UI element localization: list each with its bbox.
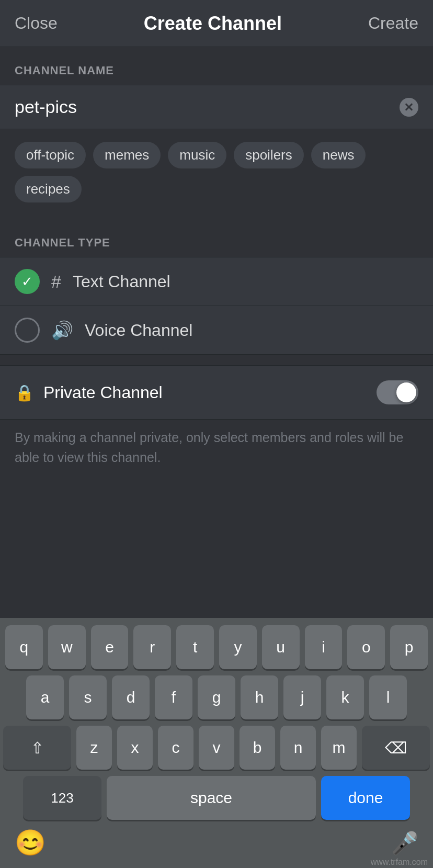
key-delete[interactable]: ⌫ xyxy=(362,726,430,770)
key-shift[interactable]: ⇧ xyxy=(3,726,71,770)
key-d[interactable]: d xyxy=(112,675,150,719)
create-button[interactable]: Create xyxy=(368,14,418,33)
key-h[interactable]: h xyxy=(241,675,278,719)
toggle-knob xyxy=(396,382,416,402)
voice-channel-option[interactable]: 🔊 Voice Channel xyxy=(0,306,433,355)
text-channel-label: Text Channel xyxy=(73,272,170,291)
suggestion-chip[interactable]: music xyxy=(168,142,226,168)
page-title: Create Channel xyxy=(144,13,282,35)
key-c[interactable]: c xyxy=(158,726,193,770)
key-k[interactable]: k xyxy=(326,675,364,719)
keyboard-row-1: q w e r t y u i o p xyxy=(5,625,428,669)
key-y[interactable]: y xyxy=(219,625,257,669)
suggestion-chip[interactable]: memes xyxy=(93,142,161,168)
channel-name-suggestions: off-topicmemesmusicspoilersnewsrecipes xyxy=(0,129,433,215)
key-v[interactable]: v xyxy=(199,726,234,770)
key-m[interactable]: m xyxy=(321,726,357,770)
key-o[interactable]: o xyxy=(347,625,385,669)
key-r[interactable]: r xyxy=(133,625,171,669)
microphone-icon[interactable]: 🎤 xyxy=(391,830,418,856)
key-f[interactable]: f xyxy=(155,675,192,719)
key-done[interactable]: done xyxy=(321,776,410,820)
key-space[interactable]: space xyxy=(107,776,316,820)
keyboard-bottom-bar: 😊 🎤 xyxy=(0,823,433,868)
keyboard-row-4: 123 space done xyxy=(5,776,428,820)
suggestion-chip[interactable]: news xyxy=(311,142,366,168)
keyboard: q w e r t y u i o p a s d f g h j k l ⇧ … xyxy=(0,618,433,868)
channel-type-section: CHANNEL TYPE ✓ # Text Channel 🔊 Voice Ch… xyxy=(0,219,433,355)
key-w[interactable]: w xyxy=(48,625,86,669)
channel-name-input[interactable] xyxy=(15,85,400,129)
key-j[interactable]: j xyxy=(283,675,321,719)
key-n[interactable]: n xyxy=(280,726,316,770)
key-s[interactable]: s xyxy=(69,675,107,719)
key-u[interactable]: u xyxy=(262,625,300,669)
lock-icon: 🔒 xyxy=(15,384,34,402)
suggestion-chip[interactable]: spoilers xyxy=(234,142,304,168)
private-channel-description: By making a channel private, only select… xyxy=(0,420,433,484)
voice-channel-icon: 🔊 xyxy=(51,320,73,341)
voice-channel-label: Voice Channel xyxy=(85,321,192,340)
key-x[interactable]: x xyxy=(117,726,153,770)
private-channel-label: Private Channel xyxy=(43,383,377,402)
text-channel-option[interactable]: ✓ # Text Channel xyxy=(0,257,433,306)
key-e[interactable]: e xyxy=(91,625,129,669)
channel-name-section-label: CHANNEL NAME xyxy=(0,47,433,85)
close-button[interactable]: Close xyxy=(15,14,58,33)
text-channel-radio[interactable]: ✓ xyxy=(15,269,40,294)
key-q[interactable]: q xyxy=(5,625,43,669)
private-channel-toggle[interactable] xyxy=(377,380,418,404)
key-123[interactable]: 123 xyxy=(23,776,101,820)
watermark: www.trfam.com xyxy=(371,858,428,867)
keyboard-rows: q w e r t y u i o p a s d f g h j k l ⇧ … xyxy=(0,618,433,823)
channel-name-input-row xyxy=(0,85,433,129)
key-i[interactable]: i xyxy=(305,625,343,669)
key-a[interactable]: a xyxy=(26,675,64,719)
key-z[interactable]: z xyxy=(76,726,112,770)
keyboard-row-2: a s d f g h j k l xyxy=(5,675,428,719)
private-channel-row: 🔒 Private Channel xyxy=(0,365,433,420)
emoji-icon[interactable]: 😊 xyxy=(15,828,46,858)
clear-input-button[interactable] xyxy=(400,98,418,117)
key-t[interactable]: t xyxy=(176,625,214,669)
keyboard-row-3: ⇧ z x c v b n m ⌫ xyxy=(5,726,428,770)
key-l[interactable]: l xyxy=(369,675,407,719)
key-p[interactable]: p xyxy=(390,625,428,669)
channel-type-section-label: CHANNEL TYPE xyxy=(0,219,433,257)
suggestion-chip[interactable]: recipes xyxy=(15,176,82,202)
key-b[interactable]: b xyxy=(240,726,275,770)
radio-check-icon: ✓ xyxy=(21,275,33,288)
suggestion-chip[interactable]: off-topic xyxy=(15,142,86,168)
header: Close Create Channel Create xyxy=(0,0,433,47)
key-g[interactable]: g xyxy=(198,675,235,719)
text-channel-icon: # xyxy=(51,272,61,292)
voice-channel-radio[interactable] xyxy=(15,318,40,343)
